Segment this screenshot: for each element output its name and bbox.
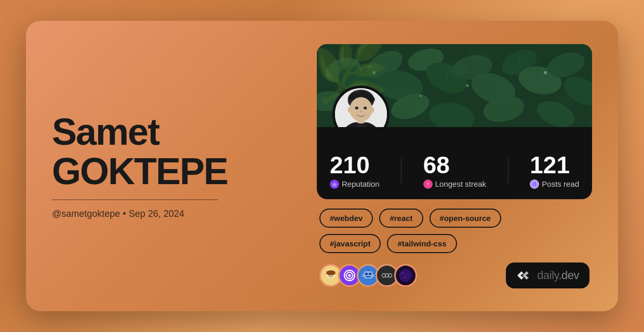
profile-card-container: Samet GOKTEPE @sametgoktepe • Sep 26, 20… xyxy=(26,21,618,311)
svg-rect-58 xyxy=(365,273,368,275)
svg-marker-40 xyxy=(331,182,338,187)
svg-point-47 xyxy=(326,270,336,275)
brand-text: daily.dev xyxy=(537,269,579,282)
username-date: @sametgoktepe • Sep 26, 2024 xyxy=(52,209,296,219)
svg-rect-63 xyxy=(363,274,364,277)
join-date: Sep 26, 2024 xyxy=(129,209,184,219)
svg-point-35 xyxy=(360,111,362,113)
daily-dev-icon xyxy=(516,269,533,282)
daily-dev-logo: daily.dev xyxy=(506,262,589,288)
posts-value: 121 xyxy=(530,153,570,177)
svg-point-26 xyxy=(420,95,422,97)
last-name: GOKTEPE xyxy=(52,150,227,192)
streak-label-text: Longest streak xyxy=(435,179,486,188)
svg-point-23 xyxy=(372,71,375,74)
first-name: Samet xyxy=(52,111,159,153)
avatar-svg xyxy=(335,88,387,127)
name-divider xyxy=(52,199,218,200)
svg-point-72 xyxy=(406,273,410,277)
svg-point-32 xyxy=(350,97,372,121)
svg-point-33 xyxy=(355,106,358,109)
streak-stat: 68 Longest streak xyxy=(423,153,486,189)
svg-point-62 xyxy=(368,269,369,271)
username[interactable]: @sametgoktepe xyxy=(52,209,120,219)
posts-icon xyxy=(530,179,539,189)
svg-point-51 xyxy=(348,274,351,276)
cover-photo xyxy=(317,44,592,127)
svg-point-70 xyxy=(399,269,412,282)
reputation-stat: 210 Reputation xyxy=(330,153,380,189)
tag-react[interactable]: #react xyxy=(379,209,423,228)
tag-webdev[interactable]: #webdev xyxy=(319,209,373,228)
tag-javascript[interactable]: #javascript xyxy=(319,234,381,253)
svg-rect-59 xyxy=(369,273,371,275)
reputation-value: 210 xyxy=(330,153,370,177)
stats-card: 210 Reputation 68 xyxy=(317,44,592,199)
streak-value: 68 xyxy=(423,153,450,177)
tags-row-2: #javascript #tailwind-css xyxy=(319,234,589,253)
posts-stat: 121 Posts read xyxy=(530,153,579,189)
user-name: Samet GOKTEPE xyxy=(52,113,296,191)
follower-avatars xyxy=(319,264,417,287)
separator: • xyxy=(123,209,128,219)
bottom-row: daily.dev xyxy=(317,262,592,288)
reputation-label-text: Reputation xyxy=(342,179,380,188)
svg-point-24 xyxy=(466,84,469,87)
svg-point-34 xyxy=(364,106,367,109)
streak-label-row: Longest streak xyxy=(423,179,486,189)
svg-point-25 xyxy=(544,71,547,74)
stat-divider-1 xyxy=(401,158,401,184)
left-section: Samet GOKTEPE @sametgoktepe • Sep 26, 20… xyxy=(52,113,317,219)
stats-bar: 210 Reputation 68 xyxy=(317,127,592,199)
svg-point-1 xyxy=(322,53,364,87)
tags-row-1: #webdev #react #open-source xyxy=(319,209,589,228)
posts-label-text: Posts read xyxy=(542,179,579,188)
svg-point-37 xyxy=(370,107,374,113)
right-section: 210 Reputation 68 xyxy=(317,44,592,288)
follower-avatar-5 xyxy=(394,264,417,287)
posts-label-row: Posts read xyxy=(530,179,579,189)
streak-icon xyxy=(423,179,433,189)
tag-tailwind-css[interactable]: #tailwind-css xyxy=(387,234,457,253)
tag-open-source[interactable]: #open-source xyxy=(430,209,501,228)
reputation-icon xyxy=(330,179,339,189)
svg-rect-60 xyxy=(366,276,371,278)
stat-divider-2 xyxy=(508,158,508,184)
tags-section: #webdev #react #open-source #javascript … xyxy=(317,209,592,253)
reputation-label-row: Reputation xyxy=(330,179,380,189)
svg-point-36 xyxy=(348,107,352,113)
svg-point-73 xyxy=(404,276,406,279)
svg-rect-64 xyxy=(372,274,374,277)
avatar-wrapper xyxy=(332,86,390,127)
svg-point-71 xyxy=(401,272,405,275)
svg-point-42 xyxy=(534,183,535,185)
svg-rect-57 xyxy=(364,271,372,279)
